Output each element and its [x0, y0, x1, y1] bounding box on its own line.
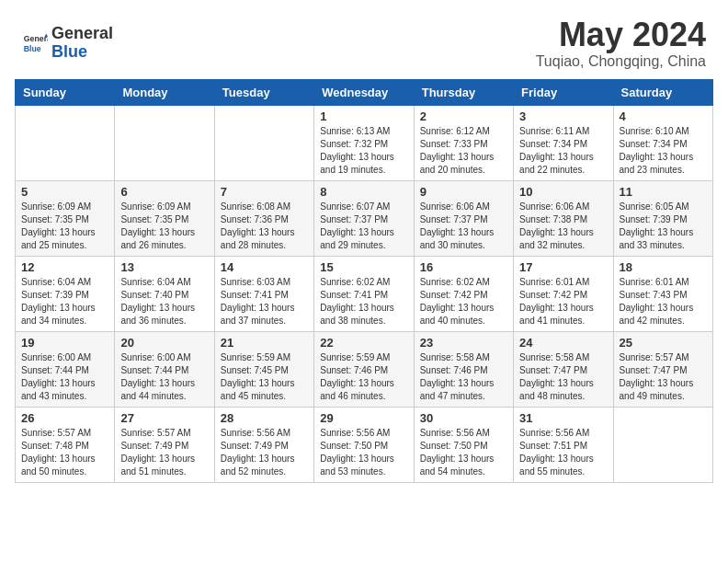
day-info: Sunrise: 6:10 AM Sunset: 7:34 PM Dayligh…: [620, 125, 707, 177]
day-number: 2: [420, 109, 507, 123]
month-title: May 2024: [536, 17, 706, 53]
calendar-cell: 11Sunrise: 6:05 AM Sunset: 7:39 PM Dayli…: [613, 180, 712, 256]
day-number: 17: [519, 260, 607, 274]
calendar-week-row: 1Sunrise: 6:13 AM Sunset: 7:32 PM Daylig…: [16, 105, 713, 180]
calendar-table: SundayMondayTuesdayWednesdayThursdayFrid…: [15, 79, 713, 483]
calendar-cell: [613, 407, 712, 482]
day-info: Sunrise: 5:57 AM Sunset: 7:47 PM Dayligh…: [620, 351, 707, 403]
day-info: Sunrise: 6:01 AM Sunset: 7:42 PM Dayligh…: [519, 276, 607, 327]
day-number: 25: [620, 336, 707, 350]
calendar-cell: 15Sunrise: 6:02 AM Sunset: 7:41 PM Dayli…: [314, 256, 414, 331]
calendar-header-sunday: Sunday: [16, 79, 115, 105]
day-info: Sunrise: 6:02 AM Sunset: 7:41 PM Dayligh…: [320, 276, 407, 327]
day-info: Sunrise: 6:03 AM Sunset: 7:41 PM Dayligh…: [221, 276, 308, 327]
day-number: 20: [120, 336, 208, 350]
day-number: 7: [221, 185, 308, 199]
calendar-cell: 7Sunrise: 6:08 AM Sunset: 7:36 PM Daylig…: [214, 180, 313, 256]
calendar-cell: 22Sunrise: 5:59 AM Sunset: 7:46 PM Dayli…: [314, 331, 414, 407]
day-number: 1: [320, 109, 407, 123]
calendar-cell: 8Sunrise: 6:07 AM Sunset: 7:37 PM Daylig…: [314, 180, 414, 256]
calendar-header-friday: Friday: [514, 79, 613, 105]
calendar-week-row: 19Sunrise: 6:00 AM Sunset: 7:44 PM Dayli…: [16, 331, 713, 407]
day-number: 16: [420, 260, 507, 274]
day-info: Sunrise: 6:05 AM Sunset: 7:39 PM Dayligh…: [620, 201, 707, 252]
calendar-cell: 3Sunrise: 6:11 AM Sunset: 7:34 PM Daylig…: [514, 105, 613, 180]
calendar-header-saturday: Saturday: [613, 79, 712, 105]
day-info: Sunrise: 5:56 AM Sunset: 7:50 PM Dayligh…: [320, 427, 407, 478]
day-info: Sunrise: 6:02 AM Sunset: 7:42 PM Dayligh…: [420, 276, 507, 327]
day-info: Sunrise: 5:57 AM Sunset: 7:49 PM Dayligh…: [120, 427, 208, 478]
svg-text:General: General: [24, 34, 48, 43]
calendar-week-row: 26Sunrise: 5:57 AM Sunset: 7:48 PM Dayli…: [16, 407, 713, 482]
calendar-cell: 12Sunrise: 6:04 AM Sunset: 7:39 PM Dayli…: [16, 256, 115, 331]
day-number: 11: [620, 185, 707, 199]
calendar-header-monday: Monday: [115, 79, 214, 105]
day-info: Sunrise: 6:04 AM Sunset: 7:40 PM Dayligh…: [120, 276, 208, 327]
day-number: 6: [120, 185, 208, 199]
calendar-header-row: SundayMondayTuesdayWednesdayThursdayFrid…: [16, 79, 713, 105]
calendar-cell: [16, 105, 115, 180]
day-info: Sunrise: 5:58 AM Sunset: 7:47 PM Dayligh…: [519, 351, 607, 403]
day-number: 8: [320, 185, 407, 199]
day-info: Sunrise: 5:59 AM Sunset: 7:45 PM Dayligh…: [221, 351, 308, 403]
calendar-cell: 24Sunrise: 5:58 AM Sunset: 7:47 PM Dayli…: [514, 331, 613, 407]
calendar-week-row: 12Sunrise: 6:04 AM Sunset: 7:39 PM Dayli…: [16, 256, 713, 331]
day-number: 18: [620, 260, 707, 274]
day-info: Sunrise: 5:56 AM Sunset: 7:50 PM Dayligh…: [420, 427, 507, 478]
calendar-cell: 1Sunrise: 6:13 AM Sunset: 7:32 PM Daylig…: [314, 105, 414, 180]
day-number: 4: [620, 109, 707, 123]
calendar-cell: 18Sunrise: 6:01 AM Sunset: 7:43 PM Dayli…: [613, 256, 712, 331]
calendar-cell: 6Sunrise: 6:09 AM Sunset: 7:35 PM Daylig…: [115, 180, 214, 256]
title-block: May 2024 Tuqiao, Chongqing, China: [536, 17, 706, 70]
calendar-header-tuesday: Tuesday: [214, 79, 313, 105]
day-info: Sunrise: 6:06 AM Sunset: 7:37 PM Dayligh…: [420, 201, 507, 252]
calendar-cell: 16Sunrise: 6:02 AM Sunset: 7:42 PM Dayli…: [414, 256, 513, 331]
day-number: 31: [519, 411, 607, 425]
calendar-cell: 26Sunrise: 5:57 AM Sunset: 7:48 PM Dayli…: [16, 407, 115, 482]
day-info: Sunrise: 5:57 AM Sunset: 7:48 PM Dayligh…: [21, 427, 108, 478]
day-number: 30: [420, 411, 507, 425]
day-number: 15: [320, 260, 407, 274]
calendar-cell: 10Sunrise: 6:06 AM Sunset: 7:38 PM Dayli…: [514, 180, 613, 256]
day-info: Sunrise: 6:04 AM Sunset: 7:39 PM Dayligh…: [21, 276, 108, 327]
logo-text: GeneralBlue: [51, 25, 113, 62]
logo-icon: General Blue: [22, 30, 48, 56]
calendar-header-thursday: Thursday: [414, 79, 513, 105]
day-number: 19: [21, 336, 108, 350]
day-number: 3: [519, 109, 607, 123]
calendar-header-wednesday: Wednesday: [314, 79, 414, 105]
calendar-cell: 5Sunrise: 6:09 AM Sunset: 7:35 PM Daylig…: [16, 180, 115, 256]
day-number: 5: [21, 185, 108, 199]
day-number: 27: [120, 411, 208, 425]
day-info: Sunrise: 6:13 AM Sunset: 7:32 PM Dayligh…: [320, 125, 407, 177]
calendar-cell: 13Sunrise: 6:04 AM Sunset: 7:40 PM Dayli…: [115, 256, 214, 331]
day-info: Sunrise: 6:07 AM Sunset: 7:37 PM Dayligh…: [320, 201, 407, 252]
day-info: Sunrise: 6:00 AM Sunset: 7:44 PM Dayligh…: [21, 351, 108, 403]
day-number: 23: [420, 336, 507, 350]
calendar-week-row: 5Sunrise: 6:09 AM Sunset: 7:35 PM Daylig…: [16, 180, 713, 256]
day-number: 21: [221, 336, 308, 350]
day-info: Sunrise: 6:01 AM Sunset: 7:43 PM Dayligh…: [620, 276, 707, 327]
calendar-cell: [214, 105, 313, 180]
calendar-cell: 9Sunrise: 6:06 AM Sunset: 7:37 PM Daylig…: [414, 180, 513, 256]
day-number: 12: [21, 260, 108, 274]
day-info: Sunrise: 5:59 AM Sunset: 7:46 PM Dayligh…: [320, 351, 407, 403]
calendar-cell: 19Sunrise: 6:00 AM Sunset: 7:44 PM Dayli…: [16, 331, 115, 407]
day-info: Sunrise: 5:56 AM Sunset: 7:51 PM Dayligh…: [519, 427, 607, 478]
calendar-cell: 31Sunrise: 5:56 AM Sunset: 7:51 PM Dayli…: [514, 407, 613, 482]
day-number: 24: [519, 336, 607, 350]
svg-text:Blue: Blue: [24, 44, 41, 53]
calendar-cell: 27Sunrise: 5:57 AM Sunset: 7:49 PM Dayli…: [115, 407, 214, 482]
calendar-cell: 28Sunrise: 5:56 AM Sunset: 7:49 PM Dayli…: [214, 407, 313, 482]
day-number: 14: [221, 260, 308, 274]
calendar-cell: 2Sunrise: 6:12 AM Sunset: 7:33 PM Daylig…: [414, 105, 513, 180]
day-number: 26: [21, 411, 108, 425]
calendar-cell: 21Sunrise: 5:59 AM Sunset: 7:45 PM Dayli…: [214, 331, 313, 407]
calendar-cell: 29Sunrise: 5:56 AM Sunset: 7:50 PM Dayli…: [314, 407, 414, 482]
calendar-cell: 30Sunrise: 5:56 AM Sunset: 7:50 PM Dayli…: [414, 407, 513, 482]
day-number: 22: [320, 336, 407, 350]
day-info: Sunrise: 6:06 AM Sunset: 7:38 PM Dayligh…: [519, 201, 607, 252]
day-info: Sunrise: 6:11 AM Sunset: 7:34 PM Dayligh…: [519, 125, 607, 177]
day-number: 9: [420, 185, 507, 199]
day-info: Sunrise: 6:12 AM Sunset: 7:33 PM Dayligh…: [420, 125, 507, 177]
